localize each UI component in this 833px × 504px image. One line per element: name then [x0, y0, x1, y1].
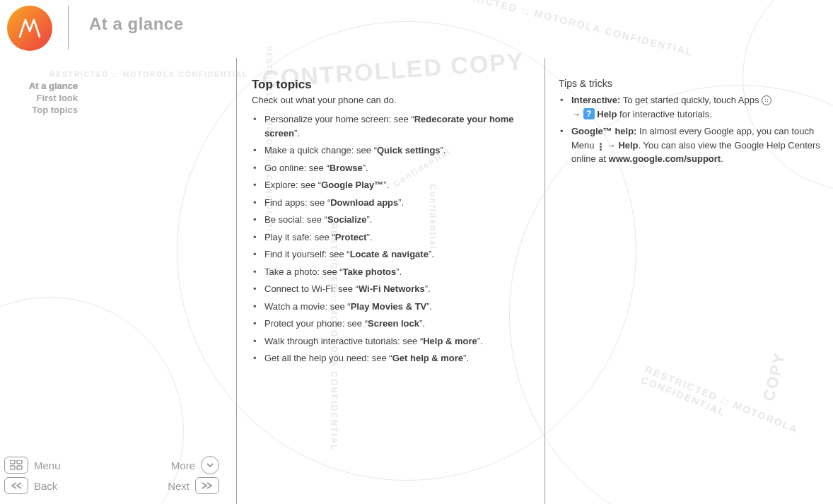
topic-item: Go online: see “Browse”.	[262, 161, 535, 175]
next-label: Next	[168, 480, 190, 492]
topic-text: ”.	[396, 266, 402, 277]
more-label: More	[171, 459, 195, 471]
topic-text: ”.	[367, 214, 373, 225]
topic-item: Find it yourself: see “Locate & navigate…	[262, 247, 535, 262]
topic-text: Go online: see “	[264, 163, 330, 173]
column-divider	[544, 58, 545, 504]
svg-rect-1	[17, 460, 22, 464]
tips-heading: Tips & tricks	[559, 78, 826, 89]
toc-link[interactable]: Top topics	[0, 105, 78, 117]
topic-link[interactable]: Google Play™	[321, 180, 383, 190]
topic-text: Watch a movie: see “	[264, 301, 351, 312]
back-label: Back	[34, 480, 57, 492]
header-divider	[68, 6, 69, 49]
section-heading: Top topics	[252, 78, 535, 92]
topic-text: ”.	[419, 318, 425, 329]
topic-text: ”.	[294, 128, 300, 139]
topic-link[interactable]: Download apps	[330, 197, 398, 208]
topic-item: Be social: see “Socialize”.	[262, 213, 535, 227]
topic-item: Protect your phone: see “Screen lock”.	[262, 317, 535, 331]
topic-text: Be social: see “	[264, 214, 327, 225]
next-button[interactable]	[195, 477, 219, 494]
topic-item: Get all the help you need: see “Get help…	[262, 351, 535, 365]
topic-item: Make a quick change: see “Quick settings…	[262, 143, 535, 158]
topic-text: Walk through interactive tutorials: see …	[264, 336, 423, 346]
topic-text: Find it yourself: see “	[264, 249, 350, 259]
tips-column: Tips & tricks Interactive: To get starte…	[559, 78, 826, 170]
topic-item: Walk through interactive tutorials: see …	[262, 334, 535, 348]
topic-text: Personalize your home screen: see “	[264, 114, 414, 124]
tip-link[interactable]: Help	[595, 109, 617, 119]
svg-rect-3	[17, 466, 22, 469]
topic-item: Watch a movie: see “Play Movies & TV”.	[262, 300, 535, 314]
topic-item: Explore: see “Google Play™”.	[262, 178, 535, 192]
tip-item: Interactive: To get started quickly, tou…	[569, 93, 826, 121]
topic-text: Get all the help you need: see “	[264, 353, 392, 363]
tip-label: Interactive:	[571, 95, 620, 105]
menu-overflow-icon	[597, 142, 604, 151]
topic-text: Explore: see “	[264, 180, 321, 190]
header: At a glance	[0, 0, 833, 51]
topic-item: Connect to Wi-Fi: see “Wi-Fi Networks”.	[262, 282, 535, 296]
topic-item: Take a photo: see “Take photos”.	[262, 265, 535, 279]
toc-nav: At a glanceFirst lookTop topics	[0, 81, 78, 117]
topic-link[interactable]: Socialize	[327, 214, 367, 225]
topic-text: ”.	[477, 336, 483, 346]
tip-text: for interactive tutorials.	[617, 109, 711, 119]
column-divider	[236, 58, 237, 504]
svg-rect-2	[10, 466, 15, 469]
toc-link[interactable]: First look	[0, 93, 78, 105]
arrow-icon: →	[607, 140, 616, 151]
tip-label: Google™ help:	[571, 126, 636, 136]
topic-link[interactable]: Protect	[335, 232, 367, 242]
topic-text: ”.	[429, 249, 434, 259]
topic-item: Play it safe: see “Protect”.	[262, 230, 535, 245]
topic-text: Connect to Wi-Fi: see “	[264, 283, 359, 294]
watermark-text: COPY	[759, 351, 789, 404]
tip-item: Google™ help: In almost every Google app…	[569, 124, 826, 166]
watermark-text: RESTRICTED :: MOTOROLA CONFIDENTIAL	[639, 363, 830, 458]
topic-link[interactable]: Get help & more	[392, 353, 463, 363]
tip-text: .	[721, 153, 723, 164]
tip-url[interactable]: www.google.com/support	[609, 153, 721, 164]
topic-item: Find apps: see “Download apps”.	[262, 196, 535, 210]
watermark-text: RESTRICTED :: MOTOROLA CONFIDENTIAL	[49, 71, 248, 78]
topic-link[interactable]: Screen lock	[368, 318, 419, 329]
topic-text: Find apps: see “	[264, 197, 330, 208]
topic-text: ”.	[367, 232, 373, 242]
arrow-icon: →	[571, 109, 581, 119]
svg-rect-0	[10, 460, 15, 464]
motorola-logo-icon	[7, 6, 52, 51]
topic-text: ”.	[383, 180, 389, 190]
topic-link[interactable]: Help & more	[423, 336, 477, 346]
footer-nav: Menu More Back Next	[0, 455, 228, 496]
toc-link[interactable]: At a glance	[0, 81, 78, 93]
topic-link[interactable]: Play Movies & TV	[351, 301, 427, 312]
apps-grid-icon	[762, 95, 771, 105]
topic-text: Make a quick change: see “	[264, 145, 377, 156]
menu-label: Menu	[34, 459, 61, 471]
topic-text: ”.	[441, 145, 446, 156]
topic-text: Take a photo: see “	[264, 266, 343, 277]
topic-text: ”.	[425, 283, 431, 294]
page-title: At a glance	[89, 14, 184, 34]
topic-text: Play it safe: see “	[264, 232, 335, 242]
topic-link[interactable]: Wi-Fi Networks	[359, 283, 425, 294]
topic-link[interactable]: Quick settings	[377, 145, 441, 156]
menu-button[interactable]	[4, 457, 28, 474]
help-icon: ?	[583, 108, 595, 119]
topic-link[interactable]: Take photos	[343, 266, 397, 277]
more-button[interactable]	[201, 456, 219, 474]
main-column: Top topics Check out what your phone can…	[252, 78, 535, 369]
section-subtitle: Check out what your phone can do.	[252, 95, 535, 105]
topic-text: ”.	[426, 301, 432, 312]
topic-list: Personalize your home screen: see “Redec…	[252, 112, 535, 365]
topic-text: ”.	[463, 353, 469, 363]
tip-link[interactable]: Help	[616, 140, 639, 151]
topic-text: ”.	[398, 197, 404, 208]
back-button[interactable]	[4, 477, 28, 494]
topic-text: ”.	[363, 163, 368, 173]
topic-link[interactable]: Browse	[330, 163, 363, 173]
topic-item: Personalize your home screen: see “Redec…	[262, 112, 535, 140]
topic-link[interactable]: Locate & navigate	[350, 249, 429, 259]
